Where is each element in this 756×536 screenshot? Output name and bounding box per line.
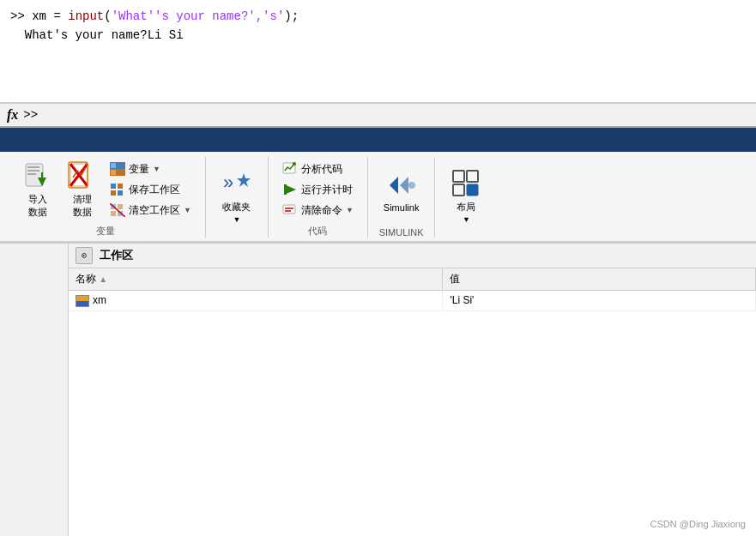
clear-command-label: 清除命令 [301,203,342,218]
collapse-workspace-button[interactable]: ⊙ [76,247,93,264]
variables-small-group: 变量 ▼ 保存工作区 [106,160,195,220]
layout-row: 布局▼ [445,157,487,235]
ribbon-group-simulink: Simulink SIMULINK [368,157,436,238]
variables-group-label: 变量 [96,225,115,238]
simulink-label: Simulink [384,202,420,213]
code-pre: xm = [32,9,68,23]
bottom-panel: ⊙ 工作区 名称 ▲ 值 [0,243,756,536]
workspace-header-row: ⊙ 工作区 [69,244,756,268]
output-content: What's your name?Li Si [25,28,184,42]
run-icon [282,182,298,197]
import-data-button[interactable]: 导入数据 [17,157,58,222]
command-line-2: What's your name?Li Si [10,26,746,45]
run-time-button[interactable]: 运行并计时 [279,180,357,199]
simulink-icon [386,170,417,201]
prompt-1: >> [10,9,32,23]
svg-marker-31 [400,177,408,194]
svg-rect-2 [27,170,39,172]
code-paren-close: ); [284,9,299,23]
clear-workspace-button[interactable]: 清空工作区 ▼ [106,201,195,220]
workspace-title: 工作区 [100,248,133,263]
svg-rect-26 [284,184,287,195]
clear-icon [67,160,98,191]
table-header-row: 名称 ▲ 值 [69,268,756,291]
collapse-icon: ⊙ [82,250,87,261]
import-icon [22,160,53,191]
col-name-header[interactable]: 名称 ▲ [69,268,443,291]
favorites-icon: » [221,168,252,199]
svg-rect-27 [283,205,295,214]
ribbon-group-layout: 布局▼ [435,157,497,238]
string-arg: 'What''s your name?','s' [112,9,285,23]
ribbon-group-code: 分析代码 运行并计时 [269,157,368,238]
clear-workspace-label: 清空工作区 [129,203,180,218]
clear-command-button[interactable]: 清除命令 ▼ [279,201,357,220]
svg-point-24 [293,162,296,166]
ribbon-header [0,128,756,152]
import-data-label: 导入数据 [28,193,47,219]
workspace-table: 名称 ▲ 值 xm 'Li Si' [69,268,756,311]
svg-rect-33 [453,171,464,182]
svg-rect-3 [27,173,36,175]
left-gutter [0,244,69,536]
save-workspace-label: 保存工作区 [129,183,180,197]
code-paren-open: ( [104,9,111,23]
clear-data-button[interactable]: 清理数据 [62,157,103,222]
analyze-code-button[interactable]: 分析代码 [279,160,357,178]
function-name: input [68,9,104,23]
command-window: >> xm = input('What''s your name?','s');… [0,0,756,103]
svg-rect-14 [111,190,116,196]
fx-symbol: fx [7,107,18,123]
svg-rect-17 [118,204,123,209]
analyze-code-label: 分析代码 [301,162,342,177]
layout-icon [451,168,481,199]
main-container: >> xm = input('What''s your name?','s');… [0,0,756,536]
svg-rect-15 [118,190,123,196]
save-workspace-button[interactable]: 保存工作区 [106,180,195,199]
watermark: CSDN @Ding Jiaxiong [650,519,746,529]
layout-button[interactable]: 布局▼ [445,165,487,227]
favorites-button[interactable]: » 收藏夹▼ [216,165,257,227]
layout-label: 布局▼ [457,201,475,224]
clear-workspace-icon [110,202,125,218]
svg-rect-35 [453,184,464,196]
variable-label: 变量 [129,162,149,177]
variables-top-row: 导入数据 清理数据 [17,157,195,222]
svg-marker-30 [390,177,398,194]
ribbon-group-variables: 导入数据 清理数据 [7,157,206,238]
favorites-row: » 收藏夹▼ [216,157,257,235]
command-line-1: >> xm = input('What''s your name?','s'); [10,7,746,26]
col-value-header[interactable]: 值 [443,268,756,291]
fx-bar: fx >> [0,103,756,128]
svg-rect-34 [467,171,478,182]
svg-rect-36 [467,184,478,196]
var-name-cell: xm [69,291,443,311]
col-value-label: 值 [450,273,460,285]
svg-point-32 [408,182,415,189]
analyze-icon [282,161,298,177]
clear-cmd-icon [282,202,298,218]
svg-rect-18 [111,211,116,216]
ribbon-toolbar: 导入数据 清理数据 [0,152,756,243]
clear-data-label: 清理数据 [73,193,92,219]
save-workspace-icon [110,182,125,197]
svg-marker-22 [237,173,251,187]
run-time-label: 运行并计时 [301,183,353,197]
svg-rect-11 [111,170,116,175]
svg-rect-12 [111,184,116,189]
svg-rect-10 [111,163,116,168]
var-name: xm [93,294,106,306]
variable-icon [110,161,125,177]
variable-button[interactable]: 变量 ▼ [106,160,195,178]
var-value: 'Li Si' [450,294,474,306]
table-row[interactable]: xm 'Li Si' [69,291,756,311]
svg-rect-1 [27,166,39,168]
simulink-row: Simulink [378,157,425,225]
simulink-button[interactable]: Simulink [378,166,425,216]
svg-rect-13 [118,184,123,189]
simulink-group-label: SIMULINK [379,227,424,238]
svg-text:»: » [223,172,233,193]
var-value-cell: 'Li Si' [443,291,756,311]
ribbon-group-favorites: » 收藏夹▼ [206,157,269,238]
favorites-label: 收藏夹▼ [222,201,251,224]
